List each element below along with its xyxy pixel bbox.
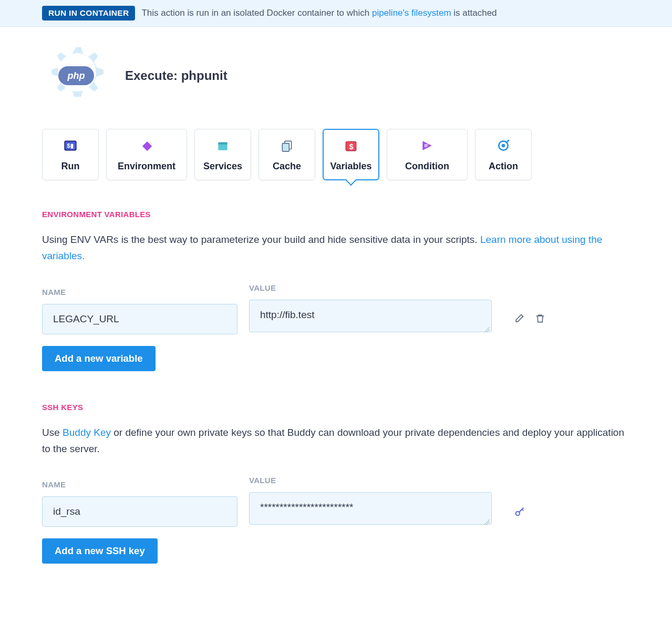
terminal-icon: $▮: [63, 138, 78, 154]
section-title: ENVIRONMENT VARIABLES: [42, 210, 630, 219]
tab-cache[interactable]: Cache: [259, 129, 315, 180]
tab-label: Services: [203, 161, 242, 172]
svg-point-13: [516, 512, 520, 515]
tab-label: Condition: [405, 161, 449, 172]
buddy-key-link[interactable]: Buddy Key: [63, 427, 111, 438]
value-column-label: VALUE: [249, 476, 492, 485]
env-var-row: NAME VALUE: [42, 283, 630, 334]
box-icon: [215, 138, 231, 154]
ssh-name-input[interactable]: [42, 496, 237, 527]
tab-condition[interactable]: IF Condition: [387, 129, 468, 180]
svg-text:$: $: [349, 142, 354, 150]
ssh-key-row: NAME VALUE: [42, 476, 630, 527]
edit-icon[interactable]: [514, 313, 525, 325]
environment-variables-section: ENVIRONMENT VARIABLES Using ENV VARs is …: [42, 210, 630, 371]
ssh-description: Use Buddy Key or define your own private…: [42, 424, 630, 457]
tabs-container: $▮ Run Environment Services Cache $: [42, 129, 630, 180]
tab-environment[interactable]: Environment: [106, 129, 187, 180]
add-variable-button[interactable]: Add a new variable: [42, 346, 156, 371]
tab-action[interactable]: Action: [475, 129, 532, 180]
section-title: SSH KEYS: [42, 403, 630, 412]
svg-rect-5: [218, 142, 227, 144]
play-icon: IF: [419, 138, 435, 154]
ssh-keys-section: SSH KEYS Use Buddy Key or define your ow…: [42, 403, 630, 564]
tab-label: Action: [489, 161, 518, 172]
action-gear-icon: [495, 138, 511, 154]
svg-text:IF: IF: [425, 143, 429, 148]
svg-rect-3: [142, 141, 152, 150]
name-column-label: NAME: [42, 480, 237, 489]
tab-label: Environment: [118, 161, 175, 172]
php-logo: php: [58, 66, 94, 85]
env-description: Using ENV VARs is the best way to parame…: [42, 231, 630, 264]
run-in-container-badge: RUN IN CONTAINER: [42, 6, 135, 21]
tab-variables[interactable]: $ Variables: [323, 129, 379, 180]
env-name-input[interactable]: [42, 304, 237, 334]
tab-label: Cache: [273, 161, 301, 172]
add-ssh-key-button[interactable]: Add a new SSH key: [42, 538, 158, 564]
page-title: Execute: phpunit: [125, 68, 228, 83]
page-header: php Execute: phpunit: [42, 42, 630, 110]
tab-label: Variables: [330, 161, 371, 172]
tab-label: Run: [61, 161, 80, 172]
diamond-icon: [139, 138, 154, 154]
svg-point-12: [502, 144, 505, 147]
pipeline-filesystem-link[interactable]: pipeline's filesystem: [372, 8, 451, 18]
tab-run[interactable]: $▮ Run: [42, 129, 99, 180]
php-gear-logo: php: [42, 42, 110, 110]
tab-services[interactable]: Services: [194, 129, 251, 180]
copy-icon: [279, 138, 295, 154]
svg-rect-7: [282, 143, 289, 151]
env-value-input[interactable]: [249, 300, 492, 332]
value-column-label: VALUE: [249, 283, 492, 292]
ssh-value-input[interactable]: [249, 492, 492, 525]
key-icon[interactable]: [514, 506, 525, 517]
svg-text:$▮: $▮: [67, 142, 74, 149]
name-column-label: NAME: [42, 288, 237, 297]
banner-text: This action is run in an isolated Docker…: [141, 8, 497, 18]
container-banner: RUN IN CONTAINER This action is run in a…: [0, 0, 672, 27]
delete-icon[interactable]: [535, 313, 546, 325]
dollar-icon: $: [343, 138, 359, 154]
